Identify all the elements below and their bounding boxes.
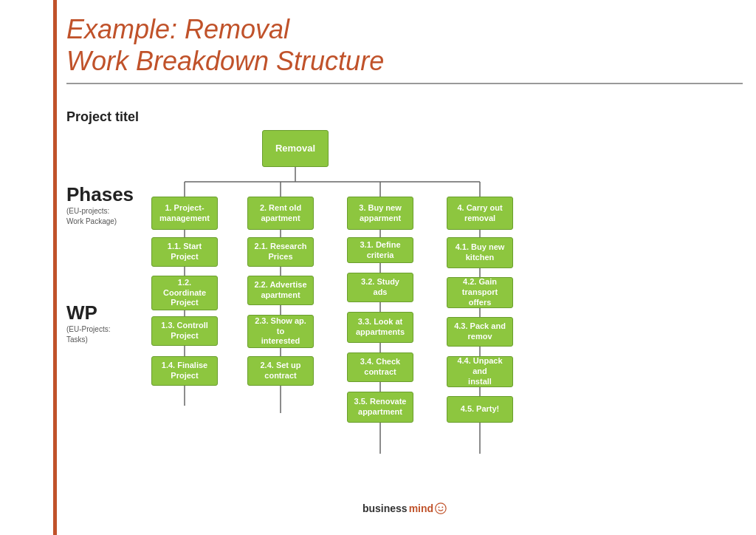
phases-sub-label: (EU-projects: Work Package) [66,206,134,227]
task-2-4-box: 2.4. Set up contract [247,356,314,386]
root-box: Removal [262,130,329,167]
task-2-1-box: 2.1. Research Prices [247,237,314,267]
task-1-4-box: 1.4. Finalise Project [151,356,218,386]
phase-1-box: 1. Project- management [151,197,218,230]
connector-lines [148,123,743,485]
divider [66,83,743,84]
svg-point-35 [436,503,446,514]
task-1-2-box: 1.2. Coordinate Project [151,276,218,310]
task-4-4-box: 4.4. Unpack and install [447,356,513,387]
svg-point-36 [439,506,440,508]
phase-3-box: 3. Buy new apparment [347,197,413,230]
wp-sub-label: (EU-Projects: Tasks) [66,324,110,345]
phase-4-box: 4. Carry out removal [447,197,513,230]
title-line2: Work Breakdown Structure [66,45,743,77]
svg-point-37 [442,506,444,508]
task-1-3-box: 1.3. Controll Project [151,316,218,346]
task-3-4-box: 3.4. Check contract [347,352,413,382]
project-titel-label: Project titel [66,109,139,125]
wbs-diagram: Removal 1. Project- management 2. Rent o… [148,123,743,485]
task-3-3-box: 3.3. Look at appartments [347,312,413,343]
task-2-3-box: 2.3. Show ap. to interested [247,315,314,348]
title: Example: Removal Work Breakdown Structur… [66,13,743,77]
footer-logo: business mind [362,502,447,514]
task-4-2-box: 4.2. Gain transport offers [447,277,513,308]
phases-label: Phases [66,183,134,206]
left-border [53,0,57,535]
task-3-5-box: 3.5. Renovate appartment [347,392,413,423]
task-1-1-box: 1.1. Start Project [151,237,218,267]
footer-highlight: mind [409,502,433,514]
task-2-2-box: 2.2. Advertise apartment [247,276,314,305]
phase-2-box: 2. Rent old apartment [247,197,314,230]
wp-label: WP [66,301,110,324]
content: Example: Removal Work Breakdown Structur… [66,13,743,522]
task-4-3-box: 4.3. Pack and remov [447,317,513,347]
task-4-5-box: 4.5. Party! [447,396,513,423]
task-3-1-box: 3.1. Define criteria [347,237,413,263]
task-3-2-box: 3.2. Study ads [347,273,413,302]
page: Example: Removal Work Breakdown Structur… [0,0,756,535]
title-line1: Example: Removal [66,13,743,45]
smiley-icon [435,502,447,514]
task-4-1-box: 4.1. Buy new kitchen [447,237,513,268]
footer-text: business [362,502,408,514]
